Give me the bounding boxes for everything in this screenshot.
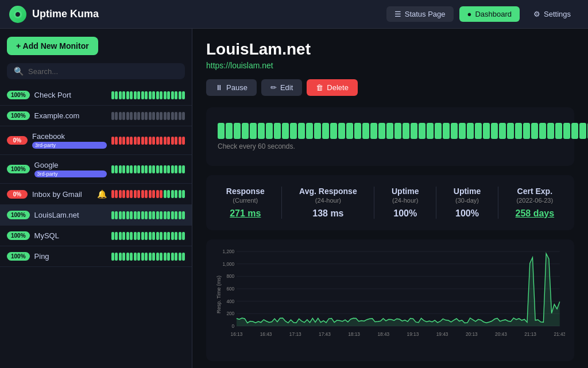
svg-text:19:43: 19:43 <box>436 331 448 337</box>
monitor-name-wrap: Example.com <box>34 111 107 120</box>
svg-text:17:13: 17:13 <box>289 331 301 337</box>
bar <box>156 253 159 261</box>
bar <box>149 232 152 240</box>
bar <box>156 137 159 145</box>
bar <box>119 91 122 99</box>
add-monitor-button[interactable]: + Add New Monitor <box>7 37 98 55</box>
bar <box>149 165 152 173</box>
status-bar-item <box>451 123 458 139</box>
app-title: Uptime Kuma <box>32 8 99 20</box>
bar <box>152 112 155 120</box>
dashboard-icon: ● <box>467 10 472 18</box>
header-right: ☰ Status Page ● Dashboard ⚙ Settings <box>386 6 579 22</box>
status-bar-item <box>491 123 498 139</box>
bar <box>119 137 122 145</box>
bar <box>182 253 185 261</box>
bar <box>175 112 177 120</box>
monitor-name-wrap: Google 3rd-party <box>34 161 107 177</box>
svg-text:1,200: 1,200 <box>222 249 234 254</box>
stat-divider <box>436 187 436 219</box>
bar <box>134 253 137 261</box>
bar <box>167 232 170 240</box>
stat-sublabel: (2022-06-23) <box>516 197 555 204</box>
monitor-item-check-port[interactable]: 100% Check Port <box>0 85 192 106</box>
stat-value[interactable]: 258 days <box>516 208 555 219</box>
bar <box>145 190 148 198</box>
bar <box>179 190 181 198</box>
bar <box>145 165 148 173</box>
edit-button[interactable]: ✏ Edit <box>261 79 302 96</box>
delete-button[interactable]: 🗑 Delete <box>307 79 358 96</box>
stat-divider <box>281 187 282 219</box>
status-bar-item <box>242 123 249 139</box>
bars <box>111 232 185 240</box>
status-bar-item <box>386 123 393 139</box>
bar <box>145 253 148 261</box>
bar <box>111 253 114 261</box>
monitor-item-facebook[interactable]: 0% Facebook 3rd-party <box>0 126 192 155</box>
bar <box>182 165 185 173</box>
stat-item-4: Cert Exp. (2022-06-23) 258 days <box>516 187 555 219</box>
status-bar-item <box>483 123 490 139</box>
bar <box>156 165 159 173</box>
search-input[interactable] <box>28 67 178 76</box>
bar <box>141 165 144 173</box>
status-bar-item <box>266 123 273 139</box>
monitor-item-louislam[interactable]: 100% LouisLam.net <box>0 205 192 226</box>
settings-button[interactable]: ⚙ Settings <box>525 6 579 22</box>
bar <box>137 232 140 240</box>
bar <box>115 165 118 173</box>
bar <box>152 253 155 261</box>
bar <box>119 112 122 120</box>
monitor-item-google[interactable]: 100% Google 3rd-party <box>0 155 192 184</box>
status-bar-item <box>403 123 409 139</box>
status-page-button[interactable]: ☰ Status Page <box>386 6 454 22</box>
monitor-item-inbox-gmail[interactable]: 0% Inbox by Gmail 🔔 <box>0 184 192 205</box>
stat-sublabel: (24-hour) <box>392 197 419 204</box>
bar <box>164 112 167 120</box>
notification-icon: 🔔 <box>97 189 107 199</box>
monitor-name-wrap: Check Port <box>34 91 107 99</box>
stat-value[interactable]: 271 ms <box>226 208 265 219</box>
bar <box>179 137 181 145</box>
status-badge: 100% <box>7 252 30 261</box>
bar <box>149 211 152 219</box>
pause-button[interactable]: ⏸ Pause <box>206 79 257 96</box>
bar <box>156 232 159 240</box>
status-bar-item <box>322 123 329 139</box>
svg-text:18:43: 18:43 <box>377 331 389 337</box>
stat-sublabel: (30-day) <box>454 197 481 204</box>
bar <box>122 165 125 173</box>
bar <box>179 91 181 99</box>
monitor-name: LouisLam.net <box>34 211 107 219</box>
gear-icon: ⚙ <box>533 10 540 18</box>
bar <box>111 190 114 198</box>
monitor-name-wrap: Ping <box>34 252 107 261</box>
bar <box>152 190 155 198</box>
bar <box>152 137 155 145</box>
dashboard-button[interactable]: ● Dashboard <box>459 6 520 22</box>
svg-text:1,000: 1,000 <box>222 261 234 266</box>
bar <box>141 137 144 145</box>
monitor-item-example[interactable]: 100% Example.com <box>0 106 192 126</box>
bar <box>111 91 114 99</box>
bar <box>122 211 125 219</box>
stat-value: 100% <box>392 208 419 219</box>
bar <box>141 112 144 120</box>
bar <box>141 190 144 198</box>
monitor-item-mysql[interactable]: 100% MySQL <box>0 226 192 246</box>
monitor-item-ping[interactable]: 100% Ping <box>0 246 192 267</box>
svg-text:0: 0 <box>232 323 235 329</box>
stat-divider <box>498 187 498 219</box>
monitor-url[interactable]: https://louislam.net <box>206 61 574 70</box>
bar <box>152 91 155 99</box>
status-bar-item <box>499 123 506 139</box>
status-bar-item <box>234 123 241 139</box>
stat-value: 100% <box>454 208 481 219</box>
bar <box>122 137 125 145</box>
status-bar-item <box>579 123 586 139</box>
monitor-title: LouisLam.net <box>206 40 574 59</box>
sidebar: + Add New Monitor 🔍 100% Check Port 100%… <box>0 29 192 368</box>
status-bar-item <box>467 123 474 139</box>
bar <box>175 211 177 219</box>
